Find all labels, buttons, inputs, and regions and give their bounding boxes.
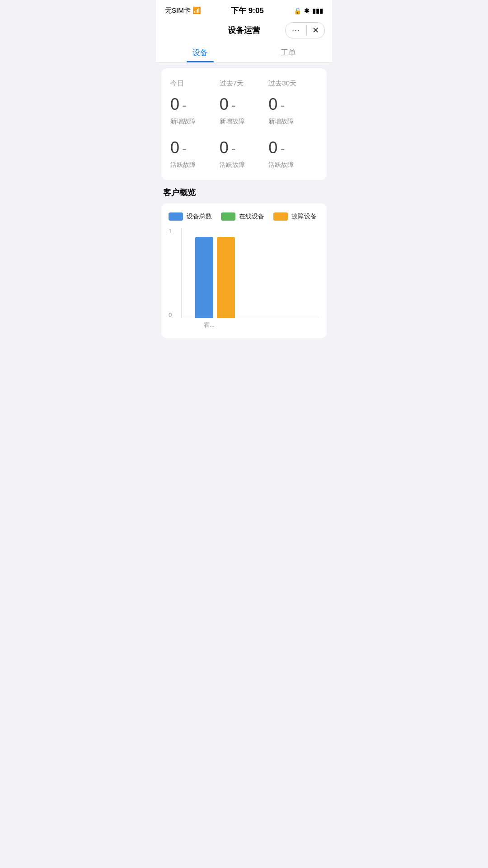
tab-device[interactable]: 设备 [156,41,244,62]
status-icons: 🔒 ✱ ▮▮▮ [294,7,323,14]
legend-fault-devices: 故障设备 [273,212,317,221]
legend-color-orange [273,212,288,221]
new-fault-labels: 新增故障 新增故障 新增故障 [170,118,318,126]
active-fault-values-row: 0 - 0 - 0 - [170,138,318,157]
active-fault-today: 0 - [170,138,220,157]
header-30days: 过去30天 [268,79,318,88]
legend-color-green [221,212,235,221]
active-fault-7days: 0 - [220,138,269,157]
chart-legend: 设备总数 在线设备 故障设备 [169,212,319,221]
tab-bar: 设备 工单 [156,41,332,63]
stats-card: 今日 过去7天 过去30天 0 - 0 - 0 - 新增故障 新增故障 新增故障 [161,68,327,180]
x-label: 霍... [181,321,319,329]
customer-overview-section: 客户概览 设备总数 在线设备 故障设备 1 [161,187,327,338]
active-fault-30days: 0 - [268,138,318,157]
tab-workorder[interactable]: 工单 [244,41,332,62]
legend-color-blue [169,212,183,221]
main-content: 今日 过去7天 过去30天 0 - 0 - 0 - 新增故障 新增故障 新增故障 [156,63,332,344]
battery-icon: ▮▮▮ [312,7,323,14]
status-bar: 无SIM卡 📶 下午 9:05 🔒 ✱ ▮▮▮ [156,0,332,19]
active-fault-label-2: 活跃故障 [268,161,318,169]
stats-headers: 今日 过去7天 过去30天 [170,79,318,88]
y-label-max: 1 [169,228,172,235]
y-label-min: 0 [169,311,172,318]
more-options-button[interactable]: ··· [286,23,306,38]
new-fault-7days: 0 - [220,95,269,114]
bars-group [195,228,235,318]
chart-inner [181,228,319,318]
new-fault-label-1: 新增故障 [220,118,269,126]
page-title: 设备运营 [228,25,260,36]
status-time: 下午 9:05 [231,5,264,16]
lock-icon: 🔒 [294,7,301,14]
active-fault-label-0: 活跃故障 [170,161,220,169]
new-fault-values-row: 0 - 0 - 0 - [170,95,318,114]
chart-wrapper: 1 0 霍... [169,228,319,329]
legend-online-devices: 在线设备 [221,212,264,221]
active-fault-label-1: 活跃故障 [220,161,269,169]
bar-total-devices [195,237,213,318]
nav-action-group: ··· ✕ [285,22,325,38]
section-title-customer: 客户概览 [161,187,327,198]
header-today: 今日 [170,79,220,88]
header-7days: 过去7天 [220,79,269,88]
status-left: 无SIM卡 📶 [165,6,201,15]
new-fault-today: 0 - [170,95,220,114]
active-fault-labels: 活跃故障 活跃故障 活跃故障 [170,161,318,169]
bluetooth-icon: ✱ [304,7,310,14]
chart-card: 设备总数 在线设备 故障设备 1 0 [161,203,327,338]
new-fault-label-2: 新增故障 [268,118,318,126]
close-button[interactable]: ✕ [307,23,324,38]
new-fault-label-0: 新增故障 [170,118,220,126]
bar-fault-devices [217,237,235,318]
nav-bar: 设备运营 ··· ✕ [156,19,332,41]
new-fault-30days: 0 - [268,95,318,114]
legend-total-devices: 设备总数 [169,212,212,221]
